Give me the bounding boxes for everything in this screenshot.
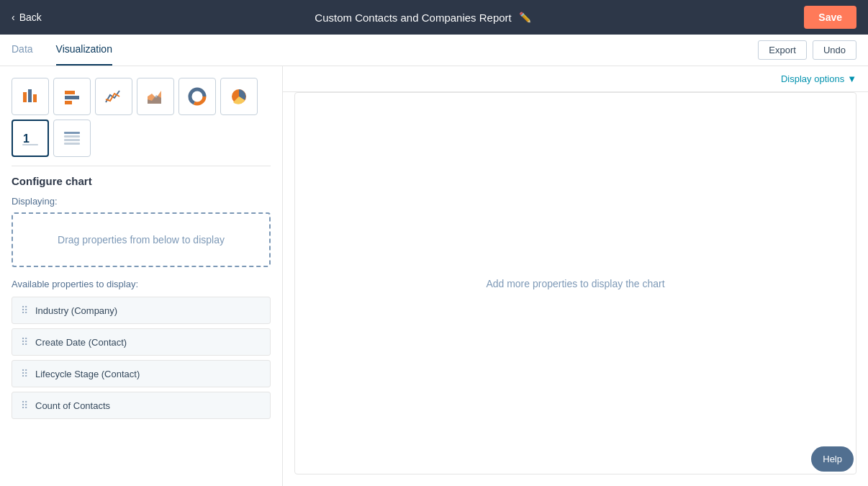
- drag-handle-icon: ⠿: [21, 400, 28, 411]
- displaying-label: Displaying:: [12, 196, 271, 207]
- list-item[interactable]: ⠿ Lifecycle Stage (Contact): [12, 360, 271, 387]
- svg-rect-15: [64, 135, 80, 138]
- back-icon: ‹: [12, 12, 15, 23]
- property-label: Create Date (Contact): [35, 337, 127, 348]
- column-chart-icon: [62, 86, 82, 107]
- svg-rect-13: [22, 144, 38, 145]
- column-chart-button[interactable]: [53, 78, 91, 115]
- svg-rect-0: [23, 92, 27, 102]
- chevron-down-icon: ▼: [847, 73, 856, 84]
- number-chart-icon: 1: [20, 128, 40, 148]
- configure-chart-title: Configure chart: [12, 175, 271, 187]
- svg-rect-14: [64, 132, 80, 134]
- number-chart-button[interactable]: 1: [12, 120, 49, 157]
- sidebar: 1 Configure chart Displaying: Drag prope…: [0, 66, 283, 486]
- svg-rect-1: [28, 89, 32, 102]
- tab-data[interactable]: Data: [12, 35, 33, 66]
- top-bar: ‹ Back Custom Contacts and Companies Rep…: [0, 0, 868, 35]
- pie-chart-icon: [229, 86, 249, 107]
- area-chart-button[interactable]: [137, 78, 174, 115]
- bar-chart-icon: [20, 86, 40, 107]
- chart-empty-area: Add more properties to display the chart: [294, 92, 856, 474]
- report-title: Custom Contacts and Companies Report: [315, 12, 511, 24]
- svg-rect-17: [64, 143, 80, 145]
- area-chart-icon: [145, 86, 166, 107]
- tabs-row: Data Visualization Export Undo: [0, 35, 868, 66]
- help-button[interactable]: Help: [811, 446, 854, 472]
- display-options-bar: Display options ▼: [283, 66, 868, 92]
- main-content: Display options ▼ Add more properties to…: [283, 66, 868, 486]
- drag-handle-icon: ⠿: [21, 336, 28, 348]
- svg-point-10: [194, 93, 201, 100]
- main-layout: 1 Configure chart Displaying: Drag prope…: [0, 66, 868, 486]
- donut-chart-button[interactable]: [178, 78, 216, 115]
- table-chart-button[interactable]: [53, 120, 91, 157]
- drop-zone-text: Drag properties from below to display: [58, 234, 225, 246]
- donut-chart-icon: [187, 86, 207, 107]
- drag-handle-icon: ⠿: [21, 368, 28, 379]
- list-item[interactable]: ⠿ Create Date (Contact): [12, 328, 271, 356]
- property-label: Count of Contacts: [35, 400, 110, 411]
- tab-visualization[interactable]: Visualization: [56, 35, 112, 66]
- svg-rect-16: [64, 139, 80, 141]
- svg-rect-4: [65, 96, 79, 99]
- export-button[interactable]: Export: [758, 40, 807, 60]
- save-button[interactable]: Save: [804, 6, 856, 29]
- list-item[interactable]: ⠿ Industry (Company): [12, 297, 271, 324]
- chart-empty-text: Add more properties to display the chart: [486, 278, 664, 289]
- pie-chart-button[interactable]: [220, 78, 258, 115]
- report-title-container: Custom Contacts and Companies Report ✏️: [315, 12, 530, 24]
- back-label: Back: [19, 12, 42, 23]
- property-label: Lifecycle Stage (Contact): [35, 369, 140, 379]
- line-chart-button[interactable]: [95, 78, 132, 115]
- line-chart-icon: [104, 86, 124, 107]
- top-bar-right: Save: [804, 6, 856, 29]
- svg-text:1: 1: [23, 132, 30, 145]
- undo-button[interactable]: Undo: [813, 40, 856, 60]
- chart-type-grid: 1: [12, 78, 271, 157]
- tabs-center: Data Visualization: [12, 35, 112, 66]
- available-properties-label: Available properties to display:: [12, 279, 271, 289]
- bar-chart-button[interactable]: [12, 78, 49, 115]
- drag-handle-icon: ⠿: [21, 305, 28, 316]
- svg-rect-3: [65, 91, 75, 94]
- svg-rect-5: [65, 101, 72, 104]
- tabs-actions: Export Undo: [758, 40, 856, 60]
- display-options-label: Display options: [781, 73, 844, 84]
- display-options-button[interactable]: Display options ▼: [781, 73, 856, 84]
- svg-rect-2: [33, 94, 37, 102]
- edit-title-icon[interactable]: ✏️: [519, 12, 531, 23]
- list-item[interactable]: ⠿ Count of Contacts: [12, 392, 271, 419]
- table-chart-icon: [62, 128, 82, 148]
- property-label: Industry (Company): [35, 305, 117, 316]
- divider-1: [12, 166, 271, 166]
- back-button[interactable]: ‹ Back: [12, 12, 42, 23]
- drop-zone[interactable]: Drag properties from below to display: [12, 212, 271, 267]
